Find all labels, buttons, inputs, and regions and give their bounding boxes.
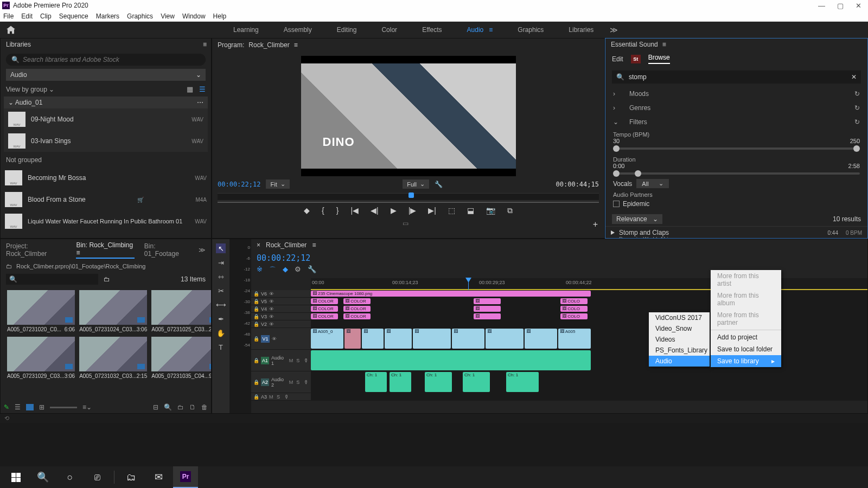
video-clip[interactable]: 🖼 A005_0 xyxy=(311,329,343,349)
audio-clip[interactable]: Ch: 1 xyxy=(390,372,411,392)
color-clip[interactable]: 🖼 COLOR xyxy=(311,306,338,312)
video-clip[interactable]: 🖼 xyxy=(344,329,361,349)
ws-assembly[interactable]: Assembly xyxy=(284,26,312,34)
project-filter-icon[interactable]: 🗀 xyxy=(104,275,110,283)
a2-lane[interactable]: Ch: 1 Ch: 1 Ch: 1 Ch: 1 Ch: 1 xyxy=(311,371,867,393)
lib-item[interactable]: 09-Night Mood WAV xyxy=(4,108,208,130)
libraries-view-label[interactable]: View by group ⌄ xyxy=(6,86,54,93)
subctx-item-selected[interactable]: Audio xyxy=(649,356,710,367)
audio-clip[interactable]: Ch: 1 xyxy=(463,372,490,392)
v6-lane[interactable]: 🖼 235 Cinemascope 1080.png xyxy=(311,290,867,297)
go-to-in-button[interactable]: |◀ xyxy=(350,206,359,215)
video-clip[interactable]: 🖼 xyxy=(486,329,524,349)
safe-margins-icon[interactable]: ▭ xyxy=(403,220,409,229)
step-forward-button[interactable]: |▶ xyxy=(409,206,417,215)
track-a1-button[interactable]: A1 xyxy=(261,357,269,364)
a1-lane[interactable] xyxy=(311,350,867,371)
a3-lane[interactable] xyxy=(311,393,867,400)
explorer-button[interactable]: 🗂 xyxy=(119,466,144,488)
audio-clip[interactable]: Ch: 1 xyxy=(506,372,539,392)
program-quality-select[interactable]: Full ⌄ xyxy=(403,179,429,189)
pencil-icon[interactable]: ✎ xyxy=(4,403,9,411)
add-marker-button[interactable]: ◆ xyxy=(304,206,310,215)
lift-button[interactable]: ⬚ xyxy=(448,206,455,215)
settings-icon[interactable]: ⚙ xyxy=(295,265,301,275)
pen-tool[interactable]: ✒ xyxy=(216,314,226,324)
color-clip[interactable]: 🖼 COLO xyxy=(560,313,588,319)
playhead[interactable] xyxy=(468,278,469,290)
color-clip[interactable]: 🖼 COLO xyxy=(560,306,588,312)
subctx-item[interactable]: VidConUS 2017 xyxy=(649,312,710,323)
project-tab[interactable]: Project: Rock_Climber xyxy=(6,242,66,258)
lib-item[interactable]: 03-Ivan Sings WAV xyxy=(4,130,208,152)
track-v1-button[interactable]: V1 xyxy=(261,335,270,343)
track-label[interactable]: V6 xyxy=(261,291,267,297)
v3-lane[interactable]: 🖼 COLOR🖼 COLOR🖼🖼 COLO xyxy=(311,313,867,320)
reset-icon[interactable]: ↻ xyxy=(854,118,860,126)
es-genres-row[interactable]: ›Genres↻ xyxy=(605,101,867,115)
v2-lane[interactable] xyxy=(311,320,867,328)
extract-button[interactable]: ⬓ xyxy=(467,206,474,215)
es-menu-icon[interactable]: ≡ xyxy=(662,41,666,48)
add-button[interactable]: + xyxy=(593,220,598,229)
list-view-icon[interactable]: ☰ xyxy=(199,85,206,93)
libraries-library-select[interactable]: Audio ⌄ xyxy=(6,69,206,81)
project-clip[interactable]: A005_07231024_C03...3:06 xyxy=(79,290,147,332)
graphic-clip[interactable]: 🖼 235 Cinemascope 1080.png xyxy=(311,291,591,297)
color-clip[interactable]: 🖼 COLOR xyxy=(311,298,338,304)
close-button[interactable]: ✕ xyxy=(856,2,861,10)
freeform-view-icon[interactable]: ⊞ xyxy=(39,403,44,411)
list-view-icon[interactable]: ☰ xyxy=(15,403,21,411)
wrench-icon[interactable]: 🔧 xyxy=(308,265,316,275)
subctx-item[interactable]: Videos xyxy=(649,334,710,345)
grid-view-icon[interactable]: ▦ xyxy=(187,85,193,93)
color-clip[interactable]: 🖼 xyxy=(474,313,501,319)
program-scrubber[interactable] xyxy=(218,193,599,201)
track-select-tool[interactable]: ⇥ xyxy=(216,258,226,267)
es-filters-row[interactable]: ⌄Filters↻ xyxy=(605,115,867,129)
color-clip[interactable]: 🖼 xyxy=(474,298,501,304)
go-to-out-button[interactable]: ▶| xyxy=(428,206,436,215)
menu-sequence[interactable]: Sequence xyxy=(59,12,88,20)
start-button[interactable] xyxy=(3,466,28,488)
mark-in-button[interactable]: { xyxy=(322,206,324,215)
es-search-input[interactable] xyxy=(629,73,847,81)
ctx-save-library[interactable]: Save to library▸ xyxy=(711,355,781,367)
es-search[interactable]: 🔍 ✕ xyxy=(612,70,861,84)
duration-slider[interactable] xyxy=(613,172,860,175)
video-clip[interactable]: 🖼 xyxy=(525,329,557,349)
video-clip[interactable]: 🖼 xyxy=(362,329,384,349)
ws-overflow-icon[interactable]: ≫ xyxy=(610,25,618,34)
ctx-more-artist[interactable]: More from this artist xyxy=(711,270,781,290)
task-view-button[interactable]: ⎚ xyxy=(85,466,110,488)
playhead-icon[interactable] xyxy=(409,192,414,198)
mark-out-button[interactable]: } xyxy=(336,206,339,215)
ws-libraries[interactable]: Libraries xyxy=(569,26,593,34)
color-clip[interactable]: 🖼 COLO xyxy=(560,298,588,304)
export-frame-button[interactable]: 📷 xyxy=(486,206,495,215)
ws-learning[interactable]: Learning xyxy=(233,26,259,34)
ws-audio-burger-icon[interactable]: ≡ xyxy=(489,26,493,34)
ws-editing[interactable]: Editing xyxy=(337,26,357,34)
sort-icon[interactable]: ≡⌄ xyxy=(82,403,92,411)
es-tab-edit[interactable]: Edit xyxy=(612,55,623,63)
program-menu-icon[interactable]: ≡ xyxy=(294,41,298,49)
lib-item[interactable]: Liquid Water Water Faucet Running In Pub… xyxy=(1,210,211,232)
reset-icon[interactable]: ↻ xyxy=(854,104,860,112)
es-result[interactable]: Stomp and Claps0:440 BPM Dynamic, World,… xyxy=(605,226,867,239)
new-item-icon[interactable]: 🗋 xyxy=(189,403,196,411)
track-label[interactable]: V3 xyxy=(261,314,267,319)
ws-graphics[interactable]: Graphics xyxy=(518,26,544,34)
track-label[interactable]: V2 xyxy=(261,322,267,327)
program-video-view[interactable]: DINO xyxy=(301,56,516,176)
minimize-button[interactable]: — xyxy=(818,2,825,10)
hand-tool[interactable]: ✋ xyxy=(216,328,226,338)
es-tab-browse[interactable]: Browse xyxy=(648,54,670,64)
color-clip[interactable]: 🖼 COLOR xyxy=(343,306,371,312)
menu-window[interactable]: Window xyxy=(182,12,206,20)
track-label[interactable]: V5 xyxy=(261,299,267,304)
audio-clip[interactable]: Ch: 1 xyxy=(365,372,387,392)
auto-sequence-icon[interactable]: ⊟ xyxy=(153,403,158,411)
v5-lane[interactable]: 🖼 COLOR🖼 COLOR🖼🖼 COLO xyxy=(311,298,867,305)
subctx-item[interactable]: Video_Snow xyxy=(649,323,710,334)
